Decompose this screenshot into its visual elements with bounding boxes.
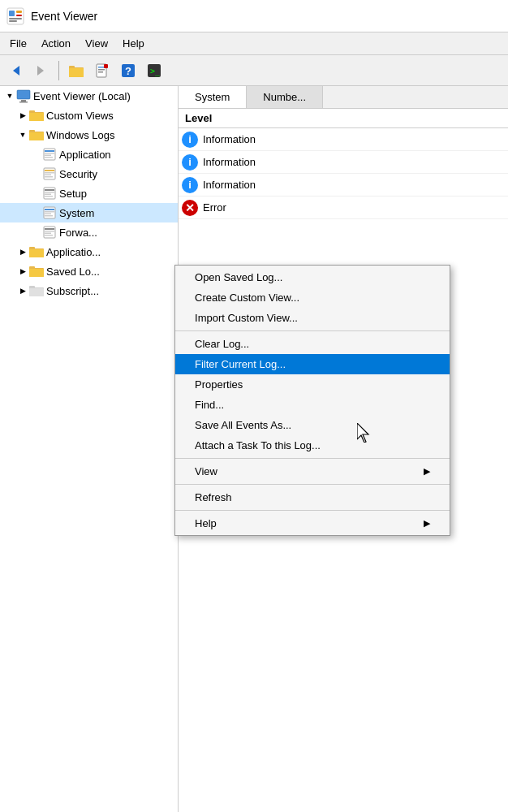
ctx-view[interactable]: View ▶	[175, 461, 450, 482]
root-expand-icon: ▼	[3, 89, 16, 102]
svg-rect-48	[45, 215, 53, 217]
cmd-button[interactable]: >_	[142, 59, 166, 82]
svg-rect-2	[16, 11, 22, 13]
ctx-help[interactable]: Help ▶	[175, 513, 450, 533]
toolbar: ? >_	[0, 55, 508, 86]
ctx-filter-current-log[interactable]: Filter Current Log...	[175, 354, 450, 374]
tree-custom-views[interactable]: ▶ Custom Views	[0, 106, 178, 125]
log-entry[interactable]: i Information	[179, 128, 508, 151]
svg-rect-13	[98, 69, 105, 71]
menu-view[interactable]: View	[79, 36, 114, 51]
svg-rect-10	[69, 68, 84, 77]
tab-number[interactable]: Numbe...	[247, 86, 323, 108]
windows-logs-expand-icon: ▼	[16, 128, 29, 141]
ctx-attach-task[interactable]: Attach a Task To this Log...	[175, 435, 450, 456]
ctx-import-custom-view[interactable]: Import Custom View...	[175, 308, 450, 328]
saved-logs-label: Saved Lo...	[46, 266, 100, 278]
ctx-refresh[interactable]: Refresh	[175, 487, 450, 508]
tree-panel: ▼ Event Viewer (Local) ▶ Custom View	[0, 86, 179, 812]
svg-rect-32	[45, 155, 51, 157]
right-header: System Numbe...	[179, 86, 508, 109]
ctx-open-saved-log[interactable]: Open Saved Log...	[175, 267, 450, 287]
tree-root-label: Event Viewer (Local)	[33, 90, 131, 102]
system-label: System	[59, 207, 94, 219]
ctx-clear-log[interactable]: Clear Log...	[175, 334, 450, 354]
ctx-save-all-events-label: Save All Events As...	[195, 419, 291, 431]
tree-forwarded[interactable]: ▶ Forwa...	[0, 222, 178, 242]
menu-action[interactable]: Action	[35, 36, 77, 51]
help-toolbar-button[interactable]: ?	[116, 59, 140, 82]
page-icon	[95, 63, 110, 78]
forwarded-log-icon	[42, 225, 57, 240]
tree-security[interactable]: ▶ Security	[0, 164, 178, 184]
svg-rect-36	[45, 172, 54, 174]
app-services-expand-icon: ▶	[16, 245, 29, 258]
page-button[interactable]	[90, 59, 114, 82]
ctx-find-label: Find...	[195, 399, 224, 411]
ctx-save-all-events[interactable]: Save All Events As...	[175, 415, 450, 435]
security-log-icon	[42, 166, 57, 181]
ctx-help-arrow: ▶	[424, 518, 430, 529]
context-menu: Open Saved Log... Create Custom View... …	[174, 265, 450, 536]
ctx-separator-3	[175, 484, 450, 485]
folder-icon	[68, 63, 84, 78]
forwarded-label: Forwa...	[59, 227, 97, 239]
folder-button[interactable]	[64, 59, 88, 82]
log-entry[interactable]: i Information	[179, 174, 508, 197]
forward-button[interactable]	[29, 59, 54, 82]
back-icon	[8, 63, 23, 78]
svg-rect-15	[104, 64, 108, 68]
tab-system[interactable]: System	[179, 86, 247, 108]
ctx-create-custom-view[interactable]: Create Custom View...	[175, 287, 450, 308]
ctx-separator-2	[175, 458, 450, 459]
svg-rect-1	[9, 11, 15, 16]
log-entry[interactable]: i Information	[179, 151, 508, 174]
svg-rect-47	[45, 214, 51, 215]
tree-system[interactable]: ▶ System	[0, 203, 178, 222]
setup-label: Setup	[59, 188, 87, 200]
tree-app-services[interactable]: ▶ Applicatio...	[0, 242, 178, 261]
ctx-properties[interactable]: Properties	[175, 374, 450, 395]
svg-rect-31	[45, 153, 54, 154]
saved-logs-folder-icon	[29, 264, 44, 279]
entry-level-2: Information	[203, 156, 256, 168]
entry-level-1: Information	[203, 133, 256, 145]
app-title: Event Viewer	[31, 10, 97, 23]
tree-windows-logs[interactable]: ▼ Windows Logs	[0, 125, 178, 145]
svg-rect-20	[17, 90, 30, 99]
svg-rect-45	[45, 209, 54, 210]
back-button[interactable]	[3, 59, 28, 82]
svg-marker-6	[13, 66, 19, 76]
svg-rect-38	[45, 176, 53, 178]
subscriptions-folder-icon	[29, 283, 44, 298]
svg-marker-7	[37, 66, 44, 76]
app-services-label: Applicatio...	[46, 246, 101, 258]
ctx-properties-label: Properties	[195, 378, 243, 391]
subscriptions-expand-icon: ▶	[16, 284, 29, 297]
tree-root[interactable]: ▼ Event Viewer (Local)	[0, 86, 178, 106]
tree-application[interactable]: ▶ Application	[0, 145, 178, 164]
tree-setup[interactable]: ▶ Setup	[0, 184, 178, 203]
svg-rect-59	[29, 269, 44, 277]
error-level-icon: ✕	[182, 200, 198, 216]
security-label: Security	[59, 168, 97, 180]
svg-text:>_: >_	[150, 67, 161, 76]
custom-views-folder-icon	[29, 108, 44, 123]
svg-rect-43	[45, 196, 53, 197]
svg-rect-22	[19, 102, 28, 103]
ctx-find[interactable]: Find...	[175, 395, 450, 415]
info-level-icon: i	[182, 132, 198, 148]
main-area: ▼ Event Viewer (Local) ▶ Custom View	[0, 86, 508, 812]
menu-help[interactable]: Help	[116, 36, 151, 51]
svg-rect-33	[45, 157, 53, 158]
toolbar-separator-1	[58, 61, 59, 80]
log-entry[interactable]: ✕ Error	[179, 197, 508, 219]
menu-file[interactable]: File	[3, 36, 33, 51]
ctx-help-label: Help	[195, 517, 217, 529]
tree-saved-logs[interactable]: ▶ Saved Lo...	[0, 261, 178, 281]
ctx-filter-current-log-label: Filter Current Log...	[195, 358, 286, 370]
ctx-open-saved-log-label: Open Saved Log...	[195, 271, 282, 283]
app-services-folder-icon	[29, 244, 44, 259]
tree-subscriptions[interactable]: ▶ Subscript...	[0, 281, 178, 300]
ctx-import-custom-view-label: Import Custom View...	[195, 312, 298, 324]
